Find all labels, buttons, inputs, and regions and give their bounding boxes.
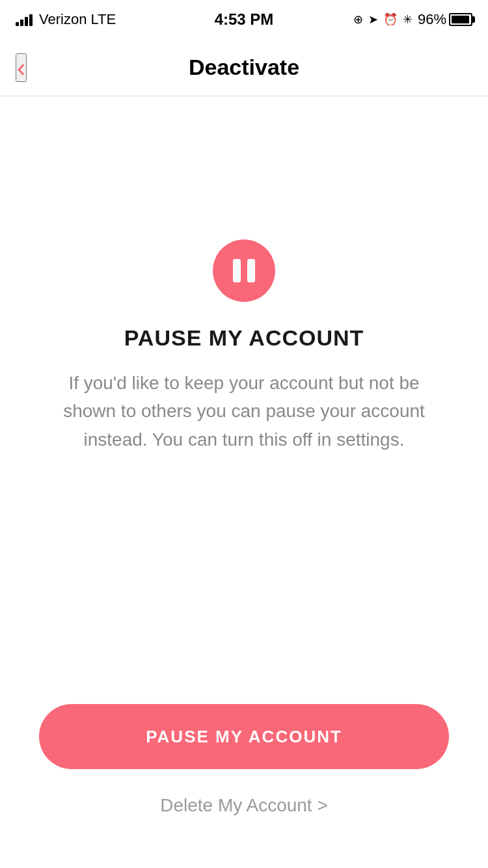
bluetooth-icon: ✳ xyxy=(403,12,413,27)
status-right: ⊕ ➤ ⏰ ✳ 96% xyxy=(353,11,472,28)
main-content: PAUSE MY ACCOUNT If you'd like to keep y… xyxy=(0,96,488,454)
pause-account-button[interactable]: PAUSE MY ACCOUNT xyxy=(39,704,449,769)
delete-account-link[interactable]: Delete My Account > xyxy=(160,795,328,816)
location-icon: ➤ xyxy=(368,12,378,27)
battery-percent: 96% xyxy=(418,11,446,28)
status-time: 4:53 PM xyxy=(215,10,274,29)
status-bar: Verizon LTE 4:53 PM ⊕ ➤ ⏰ ✳ 96% xyxy=(0,0,488,39)
bottom-section: PAUSE MY ACCOUNT Delete My Account > xyxy=(0,704,488,816)
pause-icon xyxy=(233,259,255,282)
nav-bar: ‹ Deactivate xyxy=(0,39,488,96)
carrier-label: Verizon xyxy=(39,11,87,28)
pause-bar-right xyxy=(247,259,255,282)
nav-title: Deactivate xyxy=(189,55,299,80)
lock-rotation-icon: ⊕ xyxy=(353,12,363,27)
section-description: If you'd like to keep your account but n… xyxy=(55,369,433,454)
battery-icon xyxy=(449,13,472,26)
alarm-icon: ⏰ xyxy=(383,12,398,27)
pause-bar-left xyxy=(233,259,241,282)
back-button[interactable]: ‹ xyxy=(16,53,27,82)
pause-icon-container xyxy=(213,239,275,302)
battery-fill xyxy=(452,16,469,23)
signal-bars-icon xyxy=(16,13,33,26)
status-left: Verizon LTE xyxy=(16,11,116,28)
section-heading: PAUSE MY ACCOUNT xyxy=(124,325,364,351)
battery-container: 96% xyxy=(418,11,472,28)
network-label: LTE xyxy=(90,11,116,28)
